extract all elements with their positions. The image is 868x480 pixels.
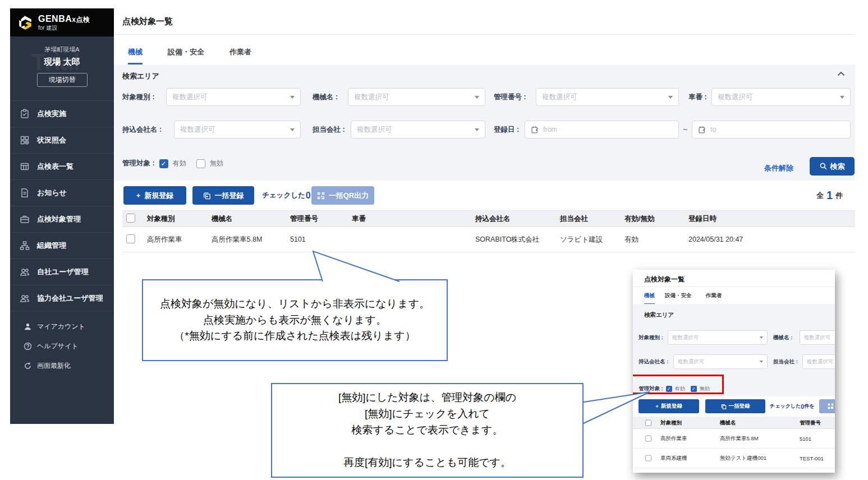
inset-machine-name-select: 複数選択可: [800, 330, 835, 345]
sidebar-item-label: 点検対象管理: [37, 214, 81, 224]
sidebar-item-inspection-sheets[interactable]: 点検表一覧: [10, 153, 114, 179]
sidebar-item-my-account[interactable]: マイアカウント: [10, 317, 114, 336]
clipboard-check-icon: [20, 109, 30, 119]
inset-target-type-select: 複数選択可: [668, 330, 768, 345]
bring-company-select[interactable]: 複数選択可: [174, 121, 301, 139]
chevron-down-icon: [290, 128, 295, 131]
inset-row-checkbox: [645, 436, 651, 442]
control-number-select[interactable]: 複数選択可: [536, 88, 679, 106]
label-registration-date: 登録日 :: [494, 125, 519, 135]
inset-row-checkbox: [645, 455, 651, 461]
sidebar: GENBAx点検 for 建設 Trial 茅場町現場A 現場 太郎 現場切替 …: [10, 8, 114, 424]
date-range-separator: ~: [683, 125, 687, 134]
sidebar-item-refresh-screen[interactable]: 画面最新化: [10, 356, 114, 376]
sidebar-item-own-users[interactable]: 自社ユーザ管理: [10, 259, 114, 285]
search-icon: [820, 163, 827, 170]
col-header: 有効/無効: [624, 214, 688, 224]
select-all-checkbox[interactable]: [126, 214, 135, 223]
sidebar-item-inspection-targets[interactable]: 点検対象管理: [10, 206, 114, 232]
charge-company-select[interactable]: 複数選択可: [351, 121, 485, 139]
sidebar-item-organization[interactable]: 組織管理: [10, 232, 114, 259]
search-button[interactable]: 検索: [810, 157, 855, 176]
copy-stack-icon: [203, 192, 211, 200]
col-header: 車番: [352, 214, 475, 224]
inspection-target-table: 対象種別 機械名 管理番号 車番 持込会社名 担当会社 有効/無効 登録日時 高…: [122, 210, 855, 252]
chevron-down-icon: [475, 96, 479, 99]
bulk-registration-button[interactable]: 一括登録: [192, 186, 254, 205]
col-header: 管理番号: [290, 214, 352, 224]
clear-conditions-link[interactable]: 条件解除: [764, 163, 793, 173]
label-charge-company: 担当会社 :: [313, 125, 345, 135]
sidebar-item-help-site[interactable]: ヘルプサイト: [10, 336, 114, 356]
inset-bulk-qr-button: [819, 399, 835, 413]
sidebar-item-label: お知らせ: [37, 188, 67, 198]
row-checkbox[interactable]: [126, 234, 135, 243]
calendar-icon: [698, 126, 706, 134]
bulk-qr-export-button[interactable]: 一括QR出力: [311, 186, 374, 205]
label-control-number: 管理番号 :: [494, 93, 526, 102]
checkbox-inactive-unchecked[interactable]: [196, 159, 205, 168]
refresh-icon: [24, 362, 32, 370]
document-icon: [20, 188, 30, 198]
date-to-input[interactable]: to: [692, 121, 851, 139]
cell-registered-at: 2024/05/31 20:47: [688, 236, 855, 243]
inset-bulk-registration-button: 一括登録: [705, 399, 765, 413]
inset-tab-workers: 作業者: [706, 292, 722, 299]
site-switch-button[interactable]: 現場切替: [37, 73, 88, 87]
person-icon: [24, 322, 32, 331]
callout2-pointer: [582, 385, 653, 426]
inset-charge-company-select: 複数選択可: [802, 354, 835, 369]
machine-name-select[interactable]: 複数選択可: [348, 88, 485, 106]
inset-checked-count-note: チェックした0件を: [770, 399, 815, 413]
user-name: 現場 太郎: [10, 57, 114, 67]
brand-logo: GENBAx点検 for 建設: [10, 8, 114, 36]
col-header: 担当会社: [560, 214, 624, 224]
sidebar-menu: 点検実施 状況照会 点検表一覧 お知らせ 点検対象管理: [10, 100, 114, 311]
search-area-title: 検索エリア: [122, 71, 159, 81]
sidebar-item-label: 状況照会: [37, 135, 66, 145]
target-type-select[interactable]: 複数選択可: [166, 88, 301, 106]
help-circle-icon: [24, 342, 32, 350]
col-header: 対象種別: [147, 214, 212, 224]
label-target-type: 対象種別 :: [122, 93, 155, 102]
inset-table-header: 対象種別 機械名 管理番号: [633, 417, 835, 429]
callout1-pointer: [309, 247, 404, 283]
chevron-down-icon: [760, 336, 763, 339]
sidebar-item-label: 自社ユーザ管理: [37, 267, 89, 277]
table-row[interactable]: 高所作業車 高所作業車5.8M 5101 SORABITO株式会社 ソラビト建設…: [122, 227, 855, 252]
sidebar-item-partner-users[interactable]: 協力会社ユーザ管理: [10, 285, 114, 311]
chevron-up-icon[interactable]: [837, 71, 845, 76]
sidebar-item-label: 組織管理: [37, 241, 66, 251]
sidebar-item-notices[interactable]: お知らせ: [10, 179, 114, 206]
car-number-select[interactable]: 複数選択可: [711, 88, 851, 106]
checkbox-active-checked[interactable]: ✓: [159, 159, 168, 168]
inset-tab-equipment-safety: 設備・安全: [665, 292, 692, 299]
checkbox-inactive-label: 無効: [210, 159, 223, 168]
new-registration-button[interactable]: + 新規登録: [123, 186, 186, 205]
tab-machine[interactable]: 機械: [128, 47, 143, 64]
checkbox-active-label: 有効: [173, 159, 186, 168]
cell-control-number: 5101: [290, 236, 352, 243]
date-from-input[interactable]: from: [525, 121, 679, 139]
screenshot-canvas: { "brand": { "line1_big": "GENBA", "line…: [0, 0, 868, 480]
col-header: 機械名: [212, 214, 290, 224]
brand-name: GENBAx点検: [38, 15, 90, 24]
users-icon: [20, 267, 30, 277]
current-site-name: 茅場町現場A: [10, 45, 114, 54]
callout-deactivation-note: 点検対象が無効になり、リストから非表示になります。 点検実施からも表示が無くなり…: [142, 279, 448, 361]
tab-workers[interactable]: 作業者: [229, 47, 251, 64]
search-area: 検索エリア 対象種別 : 複数選択可 機械名 : 複数選択可 管理番号 : 複数…: [114, 64, 855, 181]
cell-charge-company: ソラビト建設: [560, 235, 624, 244]
sidebar-item-status-inquiry[interactable]: 状況照会: [10, 127, 114, 153]
inset-page-title: 点検対象一覧: [644, 275, 685, 284]
inset-screenshot: 点検対象一覧 機械 設備・安全 作業者 検索エリア 対象種別 : 複数選択可 機…: [633, 270, 835, 473]
tab-equipment-safety[interactable]: 設備・安全: [168, 47, 204, 64]
managed-target-row: 管理対象 : ✓ 有効 無効: [122, 159, 229, 168]
col-header: 登録日時: [688, 214, 855, 224]
sidebar-item-label: 点検実施: [37, 109, 66, 119]
label-managed-target: 管理対象 :: [122, 159, 155, 168]
sidebar-item-inspection-execute[interactable]: 点検実施: [10, 100, 114, 127]
status-grid-icon: [20, 135, 30, 145]
calendar-icon: [531, 126, 539, 134]
table-list-icon: [20, 161, 30, 172]
